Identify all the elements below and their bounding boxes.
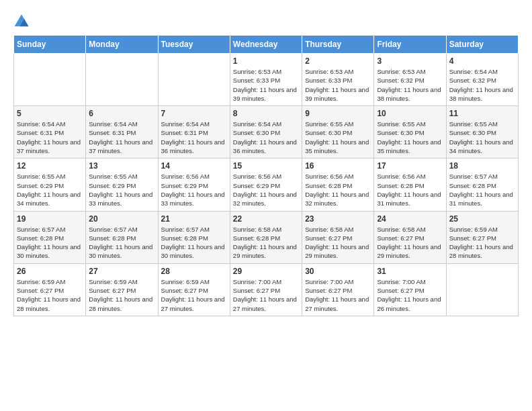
calendar-cell: 4Sunrise: 6:54 AM Sunset: 6:32 PM Daylig…: [446, 54, 518, 106]
day-number: 11: [449, 109, 515, 118]
day-number: 8: [233, 109, 299, 118]
day-info: Sunrise: 6:58 AM Sunset: 6:27 PM Dayligh…: [377, 225, 443, 261]
day-number: 10: [377, 109, 443, 118]
day-number: 15: [233, 161, 299, 171]
calendar-cell: [446, 263, 518, 316]
day-number: 22: [233, 214, 299, 224]
weekday-header-tuesday: Tuesday: [158, 36, 230, 54]
day-number: 16: [305, 161, 371, 171]
calendar-week-1: 5Sunrise: 6:54 AM Sunset: 6:31 PM Daylig…: [14, 106, 519, 158]
day-info: Sunrise: 6:56 AM Sunset: 6:28 PM Dayligh…: [305, 172, 371, 208]
day-info: Sunrise: 6:54 AM Sunset: 6:31 PM Dayligh…: [161, 120, 227, 155]
day-info: Sunrise: 6:58 AM Sunset: 6:27 PM Dayligh…: [305, 225, 371, 261]
day-info: Sunrise: 6:56 AM Sunset: 6:29 PM Dayligh…: [161, 172, 227, 208]
day-number: 13: [89, 161, 154, 171]
weekday-header-saturday: Saturday: [446, 36, 518, 54]
calendar-table: SundayMondayTuesdayWednesdayThursdayFrid…: [13, 35, 519, 316]
day-number: 12: [17, 161, 83, 171]
day-info: Sunrise: 6:57 AM Sunset: 6:28 PM Dayligh…: [161, 225, 227, 261]
day-info: Sunrise: 6:54 AM Sunset: 6:32 PM Dayligh…: [449, 67, 515, 103]
day-info: Sunrise: 6:55 AM Sunset: 6:30 PM Dayligh…: [377, 120, 443, 155]
day-number: 20: [89, 214, 154, 224]
day-info: Sunrise: 6:53 AM Sunset: 6:33 PM Dayligh…: [233, 67, 299, 103]
day-number: 18: [449, 161, 515, 171]
calendar-cell: 27Sunrise: 6:59 AM Sunset: 6:27 PM Dayli…: [86, 263, 158, 316]
day-info: Sunrise: 6:53 AM Sunset: 6:33 PM Dayligh…: [305, 67, 371, 103]
day-info: Sunrise: 6:54 AM Sunset: 6:30 PM Dayligh…: [233, 120, 299, 155]
day-number: 24: [377, 214, 443, 224]
calendar-cell: 28Sunrise: 6:59 AM Sunset: 6:27 PM Dayli…: [158, 263, 230, 316]
day-info: Sunrise: 7:00 AM Sunset: 6:27 PM Dayligh…: [305, 277, 371, 313]
day-info: Sunrise: 7:00 AM Sunset: 6:27 PM Dayligh…: [233, 277, 299, 313]
calendar-week-2: 12Sunrise: 6:55 AM Sunset: 6:29 PM Dayli…: [14, 158, 519, 211]
calendar-cell: 29Sunrise: 7:00 AM Sunset: 6:27 PM Dayli…: [230, 263, 302, 316]
day-info: Sunrise: 6:57 AM Sunset: 6:28 PM Dayligh…: [89, 225, 154, 261]
day-number: 9: [305, 109, 371, 118]
calendar-body: 1Sunrise: 6:53 AM Sunset: 6:33 PM Daylig…: [14, 54, 519, 316]
weekday-header-wednesday: Wednesday: [230, 36, 302, 54]
calendar-cell: 24Sunrise: 6:58 AM Sunset: 6:27 PM Dayli…: [374, 211, 446, 263]
calendar-cell: 23Sunrise: 6:58 AM Sunset: 6:27 PM Dayli…: [302, 211, 374, 263]
calendar-cell: 16Sunrise: 6:56 AM Sunset: 6:28 PM Dayli…: [302, 158, 374, 211]
calendar-cell: 9Sunrise: 6:55 AM Sunset: 6:30 PM Daylig…: [302, 106, 374, 158]
calendar-cell: 13Sunrise: 6:55 AM Sunset: 6:29 PM Dayli…: [86, 158, 158, 211]
weekday-header-friday: Friday: [374, 36, 446, 54]
logo-icon: [13, 13, 30, 30]
day-number: 23: [305, 214, 371, 224]
day-number: 17: [377, 161, 443, 171]
logo: [13, 13, 32, 30]
weekday-header-row: SundayMondayTuesdayWednesdayThursdayFrid…: [14, 36, 519, 54]
day-info: Sunrise: 6:54 AM Sunset: 6:31 PM Dayligh…: [89, 120, 154, 155]
calendar-week-4: 26Sunrise: 6:59 AM Sunset: 6:27 PM Dayli…: [14, 263, 519, 316]
calendar-week-0: 1Sunrise: 6:53 AM Sunset: 6:33 PM Daylig…: [14, 54, 519, 106]
day-number: 19: [17, 214, 83, 224]
day-number: 5: [17, 109, 83, 118]
day-number: 30: [305, 267, 371, 276]
weekday-header-thursday: Thursday: [302, 36, 374, 54]
calendar-cell: 31Sunrise: 7:00 AM Sunset: 6:27 PM Dayli…: [374, 263, 446, 316]
day-info: Sunrise: 6:58 AM Sunset: 6:28 PM Dayligh…: [233, 225, 299, 261]
day-number: 6: [89, 109, 154, 118]
calendar-cell: [14, 54, 86, 106]
day-info: Sunrise: 6:55 AM Sunset: 6:30 PM Dayligh…: [305, 120, 371, 155]
day-number: 25: [449, 214, 515, 224]
day-number: 3: [377, 56, 443, 66]
calendar-cell: 19Sunrise: 6:57 AM Sunset: 6:28 PM Dayli…: [14, 211, 86, 263]
day-number: 21: [161, 214, 227, 224]
calendar-week-3: 19Sunrise: 6:57 AM Sunset: 6:28 PM Dayli…: [14, 211, 519, 263]
calendar-cell: 12Sunrise: 6:55 AM Sunset: 6:29 PM Dayli…: [14, 158, 86, 211]
calendar-cell: 30Sunrise: 7:00 AM Sunset: 6:27 PM Dayli…: [302, 263, 374, 316]
day-info: Sunrise: 6:59 AM Sunset: 6:27 PM Dayligh…: [17, 277, 83, 313]
weekday-header-monday: Monday: [86, 36, 158, 54]
calendar-cell: 18Sunrise: 6:57 AM Sunset: 6:28 PM Dayli…: [446, 158, 518, 211]
calendar-cell: 26Sunrise: 6:59 AM Sunset: 6:27 PM Dayli…: [14, 263, 86, 316]
calendar-cell: 7Sunrise: 6:54 AM Sunset: 6:31 PM Daylig…: [158, 106, 230, 158]
day-number: 7: [161, 109, 227, 118]
calendar-cell: 22Sunrise: 6:58 AM Sunset: 6:28 PM Dayli…: [230, 211, 302, 263]
calendar-cell: 10Sunrise: 6:55 AM Sunset: 6:30 PM Dayli…: [374, 106, 446, 158]
calendar-cell: 11Sunrise: 6:55 AM Sunset: 6:30 PM Dayli…: [446, 106, 518, 158]
day-number: 28: [161, 267, 227, 276]
calendar-cell: 6Sunrise: 6:54 AM Sunset: 6:31 PM Daylig…: [86, 106, 158, 158]
day-info: Sunrise: 6:54 AM Sunset: 6:31 PM Dayligh…: [17, 120, 83, 155]
day-number: 26: [17, 267, 83, 276]
calendar-cell: 5Sunrise: 6:54 AM Sunset: 6:31 PM Daylig…: [14, 106, 86, 158]
calendar-cell: 20Sunrise: 6:57 AM Sunset: 6:28 PM Dayli…: [86, 211, 158, 263]
day-number: 29: [233, 267, 299, 276]
day-info: Sunrise: 6:53 AM Sunset: 6:32 PM Dayligh…: [377, 67, 443, 103]
day-info: Sunrise: 6:55 AM Sunset: 6:29 PM Dayligh…: [89, 172, 154, 208]
day-info: Sunrise: 6:57 AM Sunset: 6:28 PM Dayligh…: [449, 172, 515, 208]
day-info: Sunrise: 6:55 AM Sunset: 6:30 PM Dayligh…: [449, 120, 515, 155]
day-info: Sunrise: 6:59 AM Sunset: 6:27 PM Dayligh…: [89, 277, 154, 313]
calendar-cell: 2Sunrise: 6:53 AM Sunset: 6:33 PM Daylig…: [302, 54, 374, 106]
calendar-cell: 3Sunrise: 6:53 AM Sunset: 6:32 PM Daylig…: [374, 54, 446, 106]
day-info: Sunrise: 6:55 AM Sunset: 6:29 PM Dayligh…: [17, 172, 83, 208]
calendar-cell: 8Sunrise: 6:54 AM Sunset: 6:30 PM Daylig…: [230, 106, 302, 158]
calendar-header: SundayMondayTuesdayWednesdayThursdayFrid…: [14, 36, 519, 54]
day-info: Sunrise: 6:59 AM Sunset: 6:27 PM Dayligh…: [161, 277, 227, 313]
calendar-cell: [158, 54, 230, 106]
day-info: Sunrise: 6:56 AM Sunset: 6:29 PM Dayligh…: [233, 172, 299, 208]
day-number: 14: [161, 161, 227, 171]
calendar-cell: 14Sunrise: 6:56 AM Sunset: 6:29 PM Dayli…: [158, 158, 230, 211]
day-number: 4: [449, 56, 515, 66]
